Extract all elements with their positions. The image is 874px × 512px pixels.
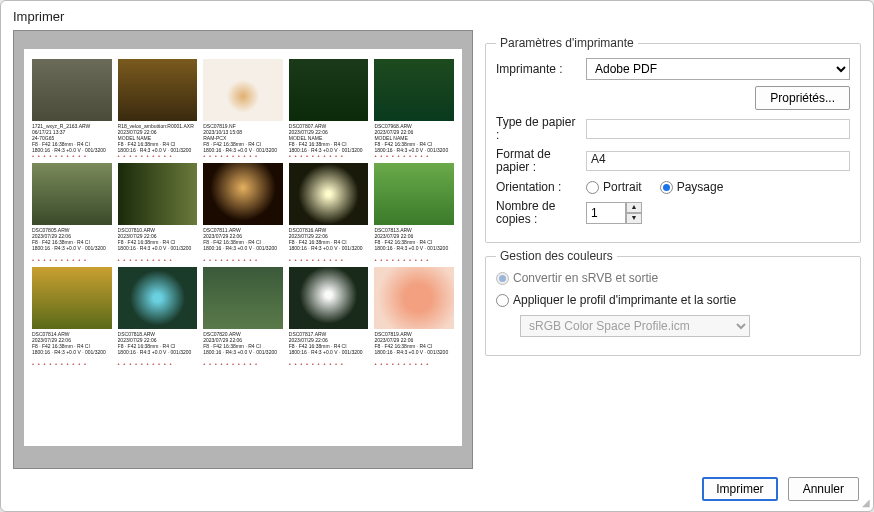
thumb-dots: • • • • • • • • • • (32, 361, 112, 367)
thumb-image (118, 59, 198, 121)
thumb-image (203, 267, 283, 329)
thumb-meta: DSC07816.ARW2023/07/29 22:06F8 · F42 16:… (289, 227, 369, 257)
thumb-cell: DSC07968.ARW2023/07/29 22:06MODEL NAMEF8… (374, 59, 454, 159)
copies-label: Nombre de copies : (496, 200, 578, 226)
thumb-cell: DSC07820.ARW2023/07/29 22:06F8 · F42 16:… (203, 267, 283, 367)
thumb-meta: DSC07810.ARW2023/07/29 22:06F8 · F42 16:… (118, 227, 198, 257)
color-management-group: Gestion des couleurs Convertir en sRVB e… (485, 249, 861, 356)
thumb-image (118, 267, 198, 329)
paper-type-value (586, 119, 850, 139)
printer-settings-legend: Paramètres d'imprimante (496, 36, 638, 50)
thumb-meta: DSC07813.ARW2023/07/29 22:06F8 · F42 16:… (374, 227, 454, 257)
contact-sheet-page: 1721_wxyz_R_2163.ARW06/17/21 13:3724-70G… (24, 49, 462, 446)
thumb-cell: DSC07811.ARW2023/07/29 22:06F8 · F42 16:… (203, 163, 283, 263)
thumb-dots: • • • • • • • • • • (203, 257, 283, 263)
thumb-dots: • • • • • • • • • • (118, 257, 198, 263)
thumb-dots: • • • • • • • • • • (118, 361, 198, 367)
thumb-image (289, 163, 369, 225)
thumb-cell: DSC07810.ARW2023/07/29 22:06F8 · F42 16:… (118, 163, 198, 263)
thumb-meta: R18_velox_ambuttion:R0001.AXR2023/07/29 … (118, 123, 198, 153)
color-management-legend: Gestion des couleurs (496, 249, 617, 263)
thumb-meta: DSC07819.NF2023/10/13 15:08RAM-PCXF8 · F… (203, 123, 283, 153)
thumb-dots: • • • • • • • • • • (289, 153, 369, 159)
paper-size-value: A4 (586, 151, 850, 171)
thumb-cell: R18_velox_ambuttion:R0001.AXR2023/07/29 … (118, 59, 198, 159)
radio-icon (660, 181, 673, 194)
thumb-dots: • • • • • • • • • • (374, 361, 454, 367)
print-preview-pane: 1721_wxyz_R_2163.ARW06/17/21 13:3724-70G… (13, 30, 473, 469)
thumb-dots: • • • • • • • • • • (374, 257, 454, 263)
thumb-dots: • • • • • • • • • • (289, 257, 369, 263)
properties-button[interactable]: Propriétés... (755, 86, 850, 110)
orientation-portrait-radio[interactable]: Portrait (586, 180, 642, 194)
printer-label: Imprimante : (496, 63, 578, 76)
thumb-meta: DSC07807.ARW2023/07/29 22:06MODEL NAMEF8… (289, 123, 369, 153)
thumb-cell: DSC07807.ARW2023/07/29 22:06MODEL NAMEF8… (289, 59, 369, 159)
apply-profile-label: Appliquer le profil d'imprimante et la s… (513, 293, 736, 307)
thumb-meta: DSC07805.ARW2023/07/29 22:06F8 · F42 16:… (32, 227, 112, 257)
copies-input[interactable] (586, 202, 626, 224)
thumb-cell: DSC07814.ARW2023/07/29 22:06F8 · F42 16:… (32, 267, 112, 367)
thumb-dots: • • • • • • • • • • (118, 153, 198, 159)
thumb-image (374, 59, 454, 121)
thumb-dots: • • • • • • • • • • (374, 153, 454, 159)
thumb-cell: 1721_wxyz_R_2163.ARW06/17/21 13:3724-70G… (32, 59, 112, 159)
thumb-dots: • • • • • • • • • • (32, 257, 112, 263)
paper-type-label: Type de papier : (496, 116, 578, 142)
thumb-meta: DSC07968.ARW2023/07/29 22:06MODEL NAMEF8… (374, 123, 454, 153)
thumb-cell: DSC07805.ARW2023/07/29 22:06F8 · F42 16:… (32, 163, 112, 263)
thumb-image (32, 163, 112, 225)
thumb-image (203, 163, 283, 225)
print-button[interactable]: Imprimer (702, 477, 777, 501)
thumb-image (374, 267, 454, 329)
printer-select[interactable]: Adobe PDF (586, 58, 850, 80)
thumb-cell: DSC07816.ARW2023/07/29 22:06F8 · F42 16:… (289, 163, 369, 263)
convert-srgb-radio[interactable]: Convertir en sRVB et sortie (496, 271, 658, 285)
radio-icon (496, 294, 509, 307)
thumb-image (32, 267, 112, 329)
thumb-meta: 1721_wxyz_R_2163.ARW06/17/21 13:3724-70G… (32, 123, 112, 153)
convert-srgb-label: Convertir en sRVB et sortie (513, 271, 658, 285)
cancel-button[interactable]: Annuler (788, 477, 859, 501)
thumb-cell: DSC07819.ARW2023/07/29 22:06F8 · F42 16:… (374, 267, 454, 367)
portrait-label: Portrait (603, 180, 642, 194)
title-bar: Imprimer (1, 1, 873, 30)
thumb-meta: DSC07818.ARW2023/07/29 22:06F8 · F42 16:… (118, 331, 198, 361)
thumb-image (374, 163, 454, 225)
thumb-dots: • • • • • • • • • • (289, 361, 369, 367)
copies-up-button[interactable]: ▲ (626, 202, 642, 213)
orientation-landscape-radio[interactable]: Paysage (660, 180, 724, 194)
color-profile-select[interactable]: sRGB Color Space Profile.icm (520, 315, 750, 337)
thumb-image (203, 59, 283, 121)
thumb-dots: • • • • • • • • • • (203, 153, 283, 159)
landscape-label: Paysage (677, 180, 724, 194)
thumb-image (118, 163, 198, 225)
radio-icon (496, 272, 509, 285)
copies-down-button[interactable]: ▼ (626, 213, 642, 224)
thumb-meta: DSC07814.ARW2023/07/29 22:06F8 · F42 16:… (32, 331, 112, 361)
window-title: Imprimer (13, 9, 64, 24)
thumb-image (289, 267, 369, 329)
thumb-dots: • • • • • • • • • • (32, 153, 112, 159)
thumb-meta: DSC07820.ARW2023/07/29 22:06F8 · F42 16:… (203, 331, 283, 361)
thumb-cell: DSC07817.ARW2023/07/29 22:06F8 · F42 16:… (289, 267, 369, 367)
thumb-cell: DSC07818.ARW2023/07/29 22:06F8 · F42 16:… (118, 267, 198, 367)
print-dialog: Imprimer 1721_wxyz_R_2163.ARW06/17/21 13… (0, 0, 874, 512)
thumb-meta: DSC07819.ARW2023/07/29 22:06F8 · F42 16:… (374, 331, 454, 361)
thumb-meta: DSC07817.ARW2023/07/29 22:06F8 · F42 16:… (289, 331, 369, 361)
printer-settings-group: Paramètres d'imprimante Imprimante : Ado… (485, 36, 861, 243)
apply-profile-radio[interactable]: Appliquer le profil d'imprimante et la s… (496, 293, 736, 307)
thumb-cell: DSC07813.ARW2023/07/29 22:06F8 · F42 16:… (374, 163, 454, 263)
thumb-image (289, 59, 369, 121)
thumb-cell: DSC07819.NF2023/10/13 15:08RAM-PCXF8 · F… (203, 59, 283, 159)
thumb-meta: DSC07811.ARW2023/07/29 22:06F8 · F42 16:… (203, 227, 283, 257)
orientation-label: Orientation : (496, 181, 578, 194)
thumb-dots: • • • • • • • • • • (203, 361, 283, 367)
resize-grip-icon[interactable]: ◢ (862, 497, 870, 508)
radio-icon (586, 181, 599, 194)
paper-size-label: Format de papier : (496, 148, 578, 174)
thumb-image (32, 59, 112, 121)
